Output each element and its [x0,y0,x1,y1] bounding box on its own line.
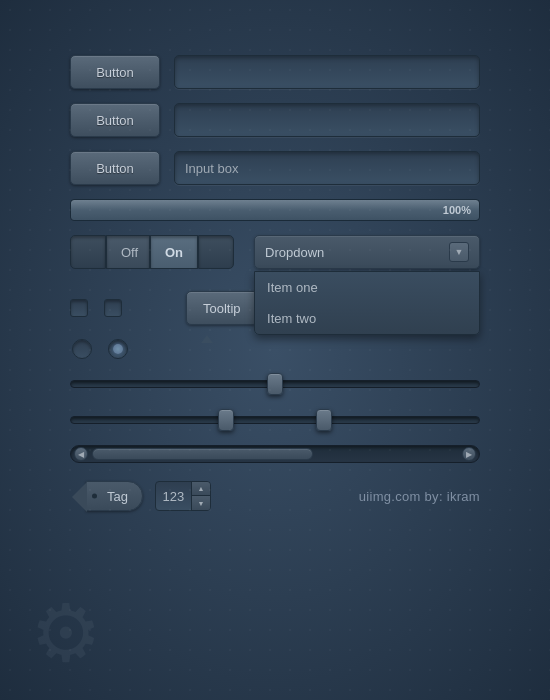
scroll-right-arrow[interactable]: ▶ [462,447,476,461]
tooltip-button[interactable]: Tooltip [186,291,258,325]
number-input-wrap: 123 ▲ ▼ [155,481,211,511]
dropdown-wrap: Dropdown ▼ Item one Item two [254,235,480,269]
toggle-inactive-left[interactable] [70,235,106,269]
toggle-inactive-right[interactable] [198,235,234,269]
radio-1[interactable] [72,339,92,359]
button-input-row-2: Button [70,103,480,137]
dropdown-item-1[interactable]: Item one [255,272,479,303]
button-2[interactable]: Button [70,103,160,137]
button-input-row-3: Button [70,151,480,185]
progress-bar-container: 100% [70,199,480,221]
input-field-2[interactable] [174,103,480,137]
watermark: ⚙ [30,587,102,680]
dropdown-label: Dropdown [265,245,324,260]
number-down-arrow[interactable]: ▼ [192,496,210,510]
slider-dual-thumb-2[interactable] [316,409,332,431]
toggle-on-button[interactable]: On [150,235,198,269]
tooltip-bubble [201,335,213,343]
radio-2-selected[interactable] [108,339,128,359]
slider-single-track [70,380,480,388]
button-3[interactable]: Button [70,151,160,185]
slider-dual-track [70,416,480,424]
scrollbar[interactable]: ◀ ▶ [70,445,480,463]
progress-bar-fill [71,200,479,220]
checkbox-2[interactable] [104,299,122,317]
slider-single-wrap [70,373,480,395]
toggle-dropdown-row: Off On Dropdown ▼ Item one Item two [70,235,480,269]
dropdown-menu: Item one Item two [254,271,480,335]
input-field-3[interactable] [174,151,480,185]
checkbox-1[interactable] [70,299,88,317]
tag-button[interactable]: Tag [86,481,143,511]
toggle-group: Off On [70,235,234,269]
progress-label: 100% [443,204,471,216]
input-field-1[interactable] [174,55,480,89]
radio-row [70,339,480,359]
button-1[interactable]: Button [70,55,160,89]
scroll-left-arrow[interactable]: ◀ [74,447,88,461]
credit-text: uiimg.com by: ikram [359,489,480,504]
bottom-row: Tag 123 ▲ ▼ uiimg.com by: ikram [70,481,480,511]
scroll-thumb[interactable] [92,448,313,460]
number-arrows: ▲ ▼ [192,482,210,510]
tag-wrap: Tag [70,481,143,511]
slider-dual-wrap [70,409,480,431]
number-value: 123 [156,482,192,510]
tooltip-wrap: Tooltip [156,291,258,325]
button-input-row-1: Button [70,55,480,89]
toggle-off-button[interactable]: Off [106,235,150,269]
slider-dual-thumb-1[interactable] [218,409,234,431]
dropdown-item-2[interactable]: Item two [255,303,479,334]
dropdown-arrow-icon: ▼ [449,242,469,262]
number-up-arrow[interactable]: ▲ [192,482,210,496]
dropdown-button[interactable]: Dropdown ▼ [254,235,480,269]
slider-single-thumb[interactable] [267,373,283,395]
